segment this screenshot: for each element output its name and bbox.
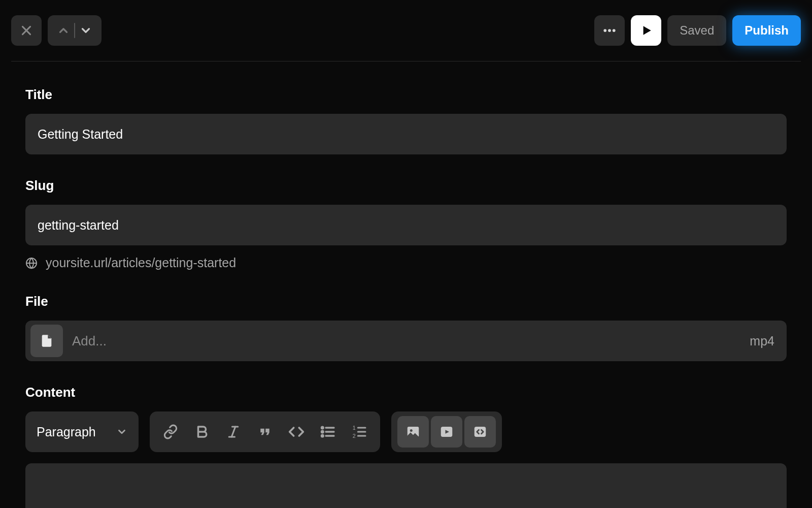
file-placeholder: Add... — [72, 333, 740, 349]
file-extension: mp4 — [750, 334, 774, 348]
globe-icon — [25, 257, 38, 269]
insert-toolbar-group — [391, 411, 502, 452]
italic-icon — [226, 424, 241, 439]
svg-point-14 — [321, 427, 323, 429]
more-button[interactable] — [594, 15, 625, 46]
link-button[interactable] — [155, 416, 186, 448]
slug-url-preview: yoursite.url/articles/getting-started — [46, 256, 236, 270]
image-icon — [405, 424, 421, 439]
embed-icon — [472, 424, 488, 439]
svg-point-15 — [321, 431, 323, 433]
play-button[interactable] — [631, 15, 661, 46]
insert-image-button[interactable] — [397, 416, 429, 448]
close-icon — [20, 24, 33, 37]
insert-embed-button[interactable] — [464, 416, 496, 448]
more-icon — [602, 23, 617, 38]
slug-hint: yoursite.url/articles/getting-started — [25, 256, 787, 270]
topbar-right: Saved Publish — [594, 15, 801, 46]
prev-button[interactable] — [53, 20, 74, 41]
bold-icon — [194, 424, 210, 439]
topbar: Saved Publish — [11, 15, 801, 61]
content-editor[interactable] — [25, 463, 787, 508]
svg-rect-26 — [475, 427, 486, 437]
svg-line-10 — [231, 427, 235, 437]
video-icon — [439, 424, 454, 439]
chevron-down-icon — [116, 426, 127, 437]
file-icon-box — [30, 325, 63, 357]
quote-button[interactable] — [249, 416, 281, 448]
slug-input[interactable] — [25, 205, 787, 245]
bullet-list-button[interactable] — [312, 416, 344, 448]
svg-point-3 — [608, 29, 611, 32]
chevron-down-icon — [79, 24, 92, 37]
bullet-list-icon — [320, 424, 336, 440]
format-toolbar-group: 12 — [150, 411, 380, 452]
numbered-list-icon: 12 — [351, 424, 367, 440]
code-icon — [288, 424, 304, 440]
italic-button[interactable] — [218, 416, 249, 448]
title-field-group: Title — [25, 87, 787, 154]
nav-group — [48, 15, 101, 46]
bold-button[interactable] — [186, 416, 218, 448]
form-content: Title Slug yoursite.url/articles/getting… — [11, 61, 801, 508]
title-input[interactable] — [25, 114, 787, 154]
code-button[interactable] — [281, 416, 312, 448]
file-field-group: File Add... mp4 — [25, 294, 787, 361]
svg-text:1: 1 — [352, 425, 355, 431]
svg-point-2 — [604, 29, 607, 32]
slug-field-group: Slug yoursite.url/articles/getting-start… — [25, 178, 787, 270]
editor-toolbar: Paragraph — [25, 411, 787, 452]
slug-label: Slug — [25, 178, 787, 194]
publish-button[interactable]: Publish — [732, 15, 801, 46]
saved-status: Saved — [667, 15, 726, 46]
chevron-up-icon — [57, 24, 70, 37]
title-label: Title — [25, 87, 787, 103]
svg-point-16 — [321, 435, 323, 437]
next-button[interactable] — [75, 20, 96, 41]
insert-video-button[interactable] — [431, 416, 462, 448]
topbar-left — [11, 15, 101, 46]
svg-text:2: 2 — [352, 433, 355, 439]
file-picker[interactable]: Add... mp4 — [25, 321, 787, 361]
format-label: Paragraph — [37, 425, 96, 439]
svg-marker-5 — [644, 26, 651, 35]
file-icon — [40, 334, 54, 348]
play-icon — [639, 24, 653, 37]
link-icon — [163, 424, 178, 439]
format-select[interactable]: Paragraph — [25, 411, 139, 452]
quote-icon — [257, 424, 273, 439]
svg-point-23 — [410, 429, 413, 432]
content-field-group: Content Paragraph — [25, 385, 787, 508]
svg-point-4 — [613, 29, 616, 32]
content-label: Content — [25, 385, 787, 400]
close-button[interactable] — [11, 15, 42, 46]
file-label: File — [25, 294, 787, 309]
numbered-list-button[interactable]: 12 — [344, 416, 375, 448]
